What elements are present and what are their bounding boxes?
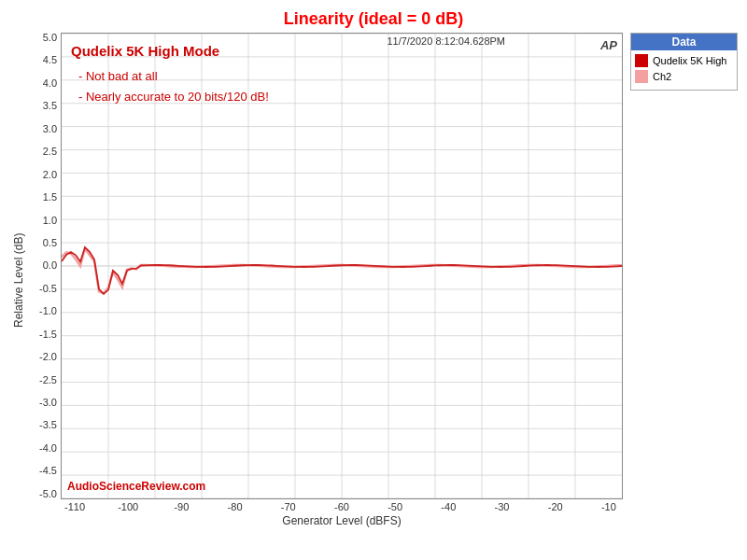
x-tick-labels: -110-100-90-80-70-60-50-40-30-20-10 [61, 501, 623, 512]
x-tick-label: -80 [221, 501, 249, 512]
annotation-line2: - Nearly accurate to 20 bits/120 dB! [78, 90, 269, 104]
y-tick-label: -2.5 [28, 375, 57, 385]
x-tick-label: -100 [114, 501, 142, 512]
timestamp: 11/7/2020 8:12:04.628PM [387, 35, 505, 47]
legend-color-swatch [635, 70, 648, 83]
x-tick-label: -50 [381, 501, 409, 512]
y-tick-label: -2.0 [28, 352, 57, 362]
y-tick-label: 0.0 [28, 260, 57, 271]
y-axis-label: Relative Level (dB) [9, 33, 28, 527]
x-tick-label: -10 [595, 501, 623, 512]
watermark: AudioScienceReview.com [67, 480, 205, 493]
y-tick-label: -5.0 [28, 489, 57, 499]
x-tick-row: -110-100-90-80-70-60-50-40-30-20-10 [61, 499, 738, 512]
y-tick-label: 4.0 [28, 78, 57, 89]
y-tick-label: -1.5 [28, 329, 57, 340]
x-tick-label: -90 [167, 501, 195, 512]
y-tick-label: 4.5 [28, 55, 57, 65]
x-axis-label: Generator Level (dBFS) [61, 514, 623, 527]
y-tick-label: 0.5 [28, 238, 57, 248]
legend-item: Qudelix 5K High [635, 54, 733, 67]
x-tick-label: -110 [61, 501, 89, 512]
legend-item: Ch2 [635, 70, 733, 83]
chart-inner: 5.04.54.03.53.02.52.01.51.00.50.0-0.5-1.… [28, 33, 738, 499]
y-tick-label: 1.5 [28, 192, 57, 203]
y-tick-label: -4.5 [28, 466, 57, 476]
y-tick-label: -3.0 [28, 398, 57, 408]
annotation-line1: - Not bad at all [78, 69, 158, 83]
legend-item-label: Qudelix 5K High [653, 55, 727, 66]
x-tick-label: -40 [434, 501, 462, 512]
plot-area-and-legend: Qudelix 5K High Mode - Not bad at all - … [61, 33, 738, 499]
plot-area: Qudelix 5K High Mode - Not bad at all - … [61, 33, 623, 499]
x-tick-label: -60 [328, 501, 356, 512]
x-tick-label: -70 [275, 501, 303, 512]
y-tick-label: 1.0 [28, 216, 57, 226]
annotation-heading: Qudelix 5K High Mode [71, 43, 219, 59]
y-tick-label: -0.5 [28, 284, 57, 294]
y-tick-label: 2.5 [28, 147, 57, 157]
chart-container: Linearity (ideal = 0 dB) Relative Level … [0, 0, 747, 560]
x-tick-label: -20 [542, 501, 570, 512]
y-tick-label: -3.5 [28, 420, 57, 430]
legend-color-swatch [635, 54, 648, 67]
ap-logo: AP [600, 38, 617, 52]
legend-title: Data [631, 34, 737, 50]
y-tick-label: 3.0 [28, 124, 57, 134]
legend-item-label: Ch2 [653, 71, 671, 82]
ap-logo-text: AP [600, 38, 617, 52]
legend-box: Data Qudelix 5K HighCh2 [630, 33, 738, 91]
y-tick-label: 3.5 [28, 101, 57, 111]
y-tick-label: 5.0 [28, 33, 57, 43]
y-tick-label: 2.0 [28, 170, 57, 180]
y-tick-label: -1.0 [28, 306, 57, 316]
x-tick-label: -30 [488, 501, 516, 512]
y-tick-label: -4.0 [28, 443, 57, 454]
chart-area-wrapper: Relative Level (dB) 5.04.54.03.53.02.52.… [9, 33, 738, 527]
chart-main: 5.04.54.03.53.02.52.01.51.00.50.0-0.5-1.… [28, 33, 738, 527]
chart-title: Linearity (ideal = 0 dB) [9, 9, 738, 29]
y-tick-labels: 5.04.54.03.53.02.52.01.51.00.50.0-0.5-1.… [28, 33, 61, 499]
x-axis-label-row: Generator Level (dBFS) [61, 512, 738, 527]
legend-items: Qudelix 5K HighCh2 [635, 54, 733, 83]
